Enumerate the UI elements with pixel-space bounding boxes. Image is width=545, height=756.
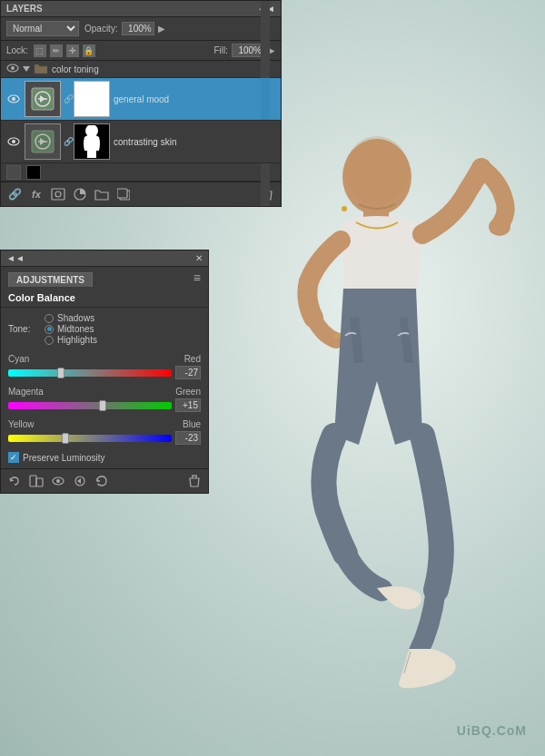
svg-point-29 [56,479,60,483]
visibility-eye[interactable] [6,64,21,74]
tone-row: Tone: Shadows Midtones Highlights [8,313,201,345]
magenta-green-track[interactable] [8,402,172,409]
cyan-red-slider-row: Cyan Red -27 [8,354,201,379]
watermark: UiBQ.CoM [457,723,527,738]
magenta-green-thumb[interactable] [99,400,106,411]
layers-controls: Normal Opacity: ▶ [1,17,281,41]
yellow-blue-track-wrapper: -23 [8,431,201,445]
adjustments-tab[interactable]: ADJUSTMENTS [8,272,93,287]
group-name: color toning [52,64,99,74]
magenta-green-gradient [8,402,172,409]
shadows-radio[interactable] [45,314,54,323]
cyan-red-value[interactable]: -27 [175,366,201,379]
add-mask-icon[interactable] [50,186,66,202]
blend-mode-select[interactable]: Normal [6,21,79,36]
new-layer-icon[interactable] [115,186,132,202]
link-layers-icon[interactable]: 🔗 [6,186,23,202]
scroll-indicator [261,78,270,120]
svg-point-13 [12,140,15,143]
magenta-label: Magenta [8,387,44,397]
layer-name-contrasting-skin: contrasting skin [114,137,275,147]
preserve-luminosity-row[interactable]: Preserve Luminosity [8,452,201,463]
opacity-arrow[interactable]: ▶ [158,24,165,34]
magenta-green-value[interactable]: +15 [175,398,201,412]
yellow-blue-slider-row: Yellow Blue -23 [8,419,201,445]
green-label: Green [175,387,201,397]
adj-delete-icon[interactable] [186,473,203,489]
cyan-red-gradient [8,369,172,377]
layer-eye-icon-2[interactable] [6,134,21,149]
magenta-green-track-wrapper: +15 [8,398,201,412]
layer-mask-general-mood [74,81,110,117]
layer-partial-icon [6,165,21,180]
layer-icon-general-mood [25,81,61,117]
yellow-label: Yellow [8,419,35,429]
adjustments-panel: ◄◄ ✕ ADJUSTMENTS ≡ Color Balance Tone: S… [0,250,209,494]
tone-shadows[interactable]: Shadows [45,313,97,323]
adj-close-button[interactable]: ✕ [195,253,203,263]
svg-point-19 [55,191,61,197]
adj-title-bar: ◄◄ ✕ [1,250,208,267]
opacity-input[interactable] [122,22,154,35]
adj-preview-icon[interactable] [72,473,88,489]
layer-row-partial [1,163,281,182]
adj-visibility-icon[interactable] [50,473,66,489]
svg-rect-18 [52,189,64,200]
fill-input[interactable] [232,44,264,57]
lock-transparent-icon[interactable]: ⬚ [34,44,46,57]
cyan-label: Cyan [8,354,29,364]
adj-collapse-arrows[interactable]: ◄◄ [6,253,25,263]
yellow-blue-track[interactable] [8,435,172,442]
yellow-blue-thumb[interactable] [62,433,69,444]
midtones-label: Midtones [57,324,94,334]
adj-panel-menu-icon[interactable]: ≡ [193,270,201,287]
lock-move-icon[interactable]: ✛ [66,44,79,57]
layer-eye-icon[interactable] [6,92,21,106]
opacity-row: Opacity: ▶ [84,22,165,35]
new-group-icon[interactable] [94,186,110,202]
lock-fill-row: Lock: ⬚ ✏ ✛ 🔒 Fill: ▶ [1,41,281,61]
tone-highlights[interactable]: Highlights [45,335,97,345]
layer-row-general-mood[interactable]: 🔗 general mood [1,78,281,121]
layer-group-header[interactable]: color toning [1,61,281,78]
preserve-luminosity-label: Preserve Luminosity [23,453,105,463]
svg-point-4 [345,136,409,205]
tone-midtones[interactable]: Midtones [45,324,97,334]
lock-icons: ⬚ ✏ ✛ 🔒 [34,44,95,57]
cyan-red-thumb[interactable] [57,368,64,378]
opacity-label: Opacity: [84,24,118,34]
lock-all-icon[interactable]: 🔒 [83,44,95,57]
adj-layer-mask-icon[interactable] [28,473,45,489]
preserve-luminosity-checkbox[interactable] [8,452,19,463]
svg-point-8 [12,97,15,101]
layer-icon-contrasting-skin [25,123,61,160]
midtones-radio[interactable] [45,325,54,334]
adj-layer-icon[interactable] [72,186,88,202]
lock-brush-icon[interactable]: ✏ [50,44,63,57]
highlights-label: Highlights [57,335,97,345]
group-expand-arrow[interactable] [23,66,30,72]
svg-point-3 [342,206,347,211]
adj-bottom-toolbar [1,468,208,493]
adj-tab-row: ADJUSTMENTS ≡ [1,267,208,287]
chain-icon-2: 🔗 [63,136,74,147]
yellow-blue-value[interactable]: -23 [175,431,201,445]
layers-bottom-toolbar: 🔗 fx [1,182,281,206]
svg-rect-26 [30,476,36,486]
adj-section-title: Color Balance [8,292,201,303]
highlights-radio[interactable] [45,336,54,345]
layer-mask-contrasting-skin [74,123,110,160]
yellow-blue-gradient [8,435,172,442]
layer-name-general-mood: general mood [114,94,275,104]
fx-icon[interactable]: fx [28,186,45,202]
adj-refresh-icon[interactable] [94,473,110,489]
adj-body: Tone: Shadows Midtones Highlights [1,308,208,468]
slider-section: Cyan Red -27 Magenta Green [8,354,201,445]
cyan-red-track-wrapper: -27 [8,366,201,379]
svg-rect-22 [117,189,127,198]
adj-reset-icon[interactable] [6,473,23,489]
layer-row-contrasting-skin[interactable]: 🔗 contrasting skin [1,121,281,163]
yellow-blue-labels: Yellow Blue [8,419,201,429]
cyan-red-track[interactable] [8,369,172,377]
svg-point-6 [11,66,15,70]
